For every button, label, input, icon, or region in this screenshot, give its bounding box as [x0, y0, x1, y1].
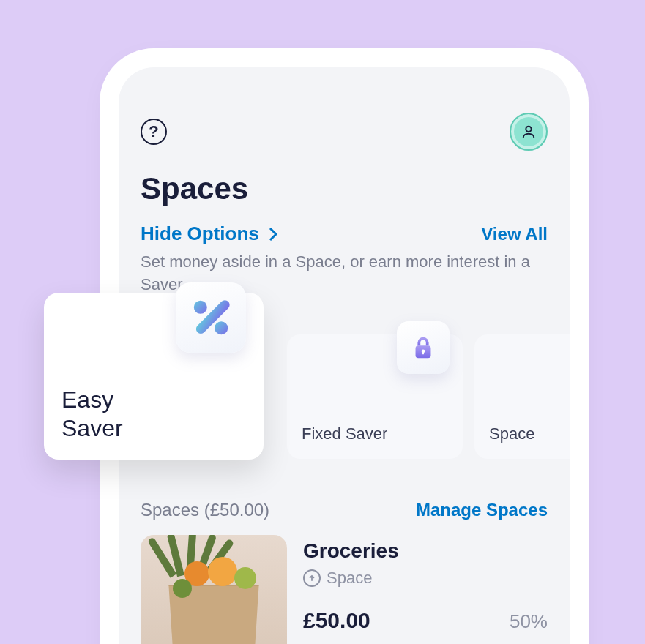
- view-all-link[interactable]: View All: [481, 224, 548, 244]
- percent-icon-tile: [176, 282, 246, 353]
- manage-spaces-link[interactable]: Manage Spaces: [416, 500, 548, 520]
- fixed-saver-label: Fixed Saver: [302, 424, 448, 443]
- roundup-icon: [303, 569, 321, 587]
- space-amount: £50.00: [303, 608, 370, 633]
- easy-saver-label: Easy Saver: [61, 386, 246, 442]
- page-title: Spaces: [141, 171, 548, 206]
- space-amount-row: £50.00 50%: [303, 608, 548, 633]
- space-progress: 50%: [510, 610, 548, 633]
- easy-saver-card[interactable]: Easy Saver: [44, 293, 264, 460]
- spaces-list-title: Spaces (£50.00): [141, 500, 269, 520]
- svg-rect-6: [422, 351, 424, 354]
- space-meta: Groceries Space £50.00 50%: [303, 535, 548, 644]
- space-type-label: Space: [327, 569, 372, 588]
- space-thumbnail: [141, 535, 287, 644]
- fixed-saver-icon-wrap: [397, 321, 450, 374]
- options-row: Hide Options View All: [141, 222, 548, 245]
- chevron-right-icon: [268, 226, 278, 242]
- percent-icon: [188, 295, 234, 340]
- top-bar: ?: [141, 113, 548, 151]
- easy-saver-icon-wrap: [176, 282, 246, 353]
- space-name: Groceries: [303, 539, 548, 563]
- space-item-groceries[interactable]: Groceries Space £50.00 50%: [141, 535, 548, 644]
- svg-point-7: [194, 301, 207, 314]
- lock-icon-tile: [397, 321, 450, 374]
- help-icon[interactable]: ?: [141, 119, 167, 145]
- space-card[interactable]: Space: [474, 334, 570, 459]
- svg-point-0: [526, 127, 531, 132]
- hide-options-button[interactable]: Hide Options: [141, 222, 278, 245]
- space-card-label: Space: [489, 424, 570, 443]
- spaces-list-header: Spaces (£50.00) Manage Spaces: [141, 500, 548, 520]
- fixed-saver-card[interactable]: Fixed Saver: [287, 334, 463, 459]
- svg-point-8: [215, 321, 228, 334]
- profile-button[interactable]: [510, 113, 548, 151]
- lock-icon: [409, 334, 437, 362]
- person-icon: [521, 124, 537, 140]
- hide-options-label: Hide Options: [141, 222, 259, 245]
- space-type-row: Space: [303, 569, 548, 588]
